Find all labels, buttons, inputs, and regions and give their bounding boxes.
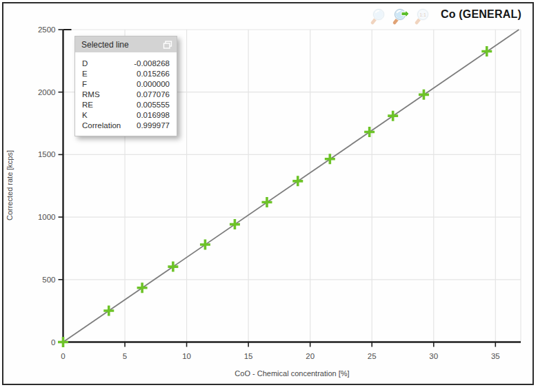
y-tick-label: 500 bbox=[42, 276, 55, 284]
y-tick-label: 0 bbox=[51, 338, 55, 347]
coefficient-label: RE bbox=[82, 100, 93, 110]
coefficient-label: K bbox=[82, 110, 88, 121]
data-point-marker[interactable] bbox=[200, 240, 210, 250]
x-tick-label: 15 bbox=[244, 352, 253, 360]
coefficient-value: 0.000000 bbox=[137, 79, 170, 90]
data-point-marker[interactable] bbox=[419, 90, 429, 100]
x-tick-label: 25 bbox=[368, 352, 377, 360]
y-axis-label: Corrected rate [kcps] bbox=[6, 123, 14, 247]
coefficient-value: 0.016998 bbox=[137, 110, 170, 121]
y-tick-label: 1000 bbox=[38, 213, 56, 221]
coefficient-label: D bbox=[82, 59, 88, 69]
coefficient-row: Correlation0.999977 bbox=[75, 121, 177, 131]
data-point-marker[interactable] bbox=[58, 337, 68, 347]
selected-line-panel-header[interactable]: Selected line bbox=[75, 37, 177, 52]
coefficient-value: 0.005555 bbox=[137, 100, 170, 110]
coefficient-row: F0.000000 bbox=[75, 79, 177, 90]
coefficient-label: RMS bbox=[82, 90, 100, 100]
coefficient-label: F bbox=[82, 79, 87, 90]
data-point-marker[interactable] bbox=[137, 282, 148, 293]
data-point-marker[interactable] bbox=[388, 111, 398, 121]
calibration-chart-window: 1:1 Co (GENERAL) 05001000150020002500051… bbox=[0, 0, 538, 392]
x-tick-label: 0 bbox=[61, 352, 65, 360]
coefficient-row: RMS0.077076 bbox=[75, 90, 177, 100]
y-tick-label: 2500 bbox=[38, 25, 56, 34]
x-tick-label: 10 bbox=[182, 352, 191, 360]
coefficient-row: K0.016998 bbox=[75, 110, 177, 121]
coefficient-label: E bbox=[82, 69, 88, 79]
coefficient-label: Correlation bbox=[82, 121, 121, 131]
data-point-marker[interactable] bbox=[168, 262, 178, 272]
coefficient-row: D-0.008268 bbox=[75, 59, 177, 69]
data-point-marker[interactable] bbox=[325, 154, 335, 164]
coefficient-value: 0.015266 bbox=[137, 69, 170, 79]
x-axis-label: CoO - Chemical concentration [%] bbox=[63, 369, 521, 378]
data-point-marker[interactable] bbox=[103, 305, 114, 316]
data-point-marker[interactable] bbox=[230, 219, 240, 229]
coefficient-row: E0.015266 bbox=[75, 69, 177, 79]
selected-line-panel: Selected line D-0.008268E0.015266F0.0000… bbox=[74, 36, 177, 136]
x-tick-label: 30 bbox=[429, 352, 438, 360]
data-point-marker[interactable] bbox=[261, 197, 272, 207]
coefficient-value: 0.999977 bbox=[137, 121, 170, 131]
coefficient-value: -0.008268 bbox=[134, 59, 170, 69]
data-point-marker[interactable] bbox=[364, 127, 375, 137]
panel-title: Selected line bbox=[81, 40, 163, 50]
x-tick-label: 35 bbox=[491, 352, 500, 360]
y-tick-label: 1500 bbox=[38, 150, 56, 158]
coefficient-value: 0.077076 bbox=[137, 90, 170, 100]
y-tick-label: 2000 bbox=[38, 88, 56, 96]
x-tick-label: 5 bbox=[123, 352, 127, 360]
selected-line-panel-body: D-0.008268E0.015266F0.000000RMS0.077076R… bbox=[75, 52, 177, 136]
restore-window-icon[interactable] bbox=[163, 41, 172, 49]
coefficient-row: RE0.005555 bbox=[75, 100, 177, 110]
data-point-marker[interactable] bbox=[481, 46, 492, 56]
data-point-marker[interactable] bbox=[292, 176, 303, 186]
x-tick-label: 20 bbox=[306, 352, 315, 360]
